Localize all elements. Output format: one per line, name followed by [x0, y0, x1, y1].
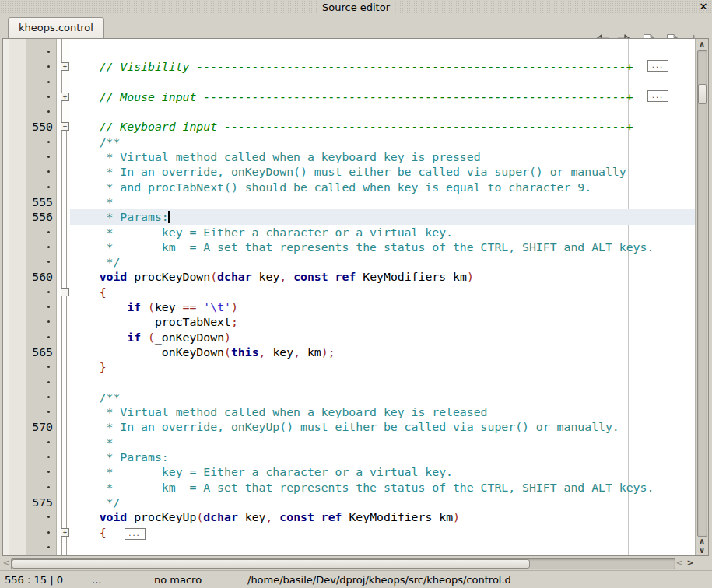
line-bullet-dot [47, 531, 50, 534]
line-bullet [3, 509, 53, 524]
line-bullet [3, 254, 53, 269]
code-line[interactable]: * km = A set that represents the status … [3, 240, 696, 254]
horizontal-scrollbar[interactable]: < < > [1, 557, 696, 569]
line-bullet-dot [47, 320, 50, 323]
code-line[interactable] [3, 75, 696, 89]
file-path: /home/basile/Dev/dproj/kheops/src/kheops… [247, 573, 511, 587]
code-text: {... [72, 525, 146, 540]
folded-code-ellipsis[interactable]: ... [647, 60, 668, 72]
scroll-left-secondary-icon[interactable]: < [674, 557, 685, 569]
code-line[interactable]: void procKeyUp(dchar key, const ref KeyM… [3, 509, 696, 524]
code-line[interactable]: void procTabNext() [3, 555, 696, 555]
vertical-scroll-thumb[interactable] [698, 84, 707, 104]
fold-expand-icon[interactable]: + [61, 528, 69, 537]
code-line[interactable]: * key = Either a character or a virtual … [3, 464, 696, 479]
code-text: * key = Either a character or a virtual … [72, 225, 453, 240]
line-bullet-dot [47, 110, 50, 113]
code-line[interactable]: 555 * [3, 194, 696, 209]
code-line[interactable]: * Params: [3, 450, 696, 464]
scroll-right-icon[interactable]: > [685, 557, 696, 569]
code-line[interactable]: * km = A set that represents the status … [3, 480, 696, 495]
line-bullet [3, 314, 53, 329]
code-line[interactable]: /** [3, 390, 696, 404]
code-line[interactable]: procTabNext; [3, 314, 696, 329]
line-bullet [3, 435, 53, 450]
fold-expand-icon[interactable]: + [61, 93, 69, 101]
code-line[interactable] [3, 104, 696, 119]
code-line[interactable]: 575 */ [3, 495, 696, 509]
code-line[interactable]: * Virtual method called when a keyboard … [3, 149, 696, 164]
code-line[interactable]: 565 _onKeyDown(this, key, km); [3, 345, 696, 359]
line-bullet-dot [47, 170, 50, 173]
line-bullet [3, 404, 53, 419]
code-text: * km = A set that represents the status … [72, 240, 654, 254]
line-bullet-dot [47, 231, 50, 233]
tab-kheops-control[interactable]: kheops.control [8, 17, 104, 38]
code-line[interactable]: 570 * In an override, onKeyUp() must eit… [3, 419, 696, 434]
fold-collapse-icon[interactable]: − [61, 288, 69, 296]
line-bullet [3, 480, 53, 495]
line-bullet [3, 180, 53, 194]
code-line[interactable]: if (_onKeyDown) [3, 330, 696, 345]
code-line[interactable] [3, 540, 696, 555]
vertical-scrollbar[interactable]: ∧ ∧ ∨ [695, 39, 708, 555]
code-line[interactable]: * and procTabNext() should be called whe… [3, 180, 696, 194]
code-line[interactable]: 550− // Keyboard input -----------------… [3, 119, 696, 134]
code-text: * Virtual method called when a keyboard … [72, 149, 481, 164]
line-bullet [3, 225, 53, 240]
code-line[interactable]: */ [3, 254, 696, 269]
code-text: // Keyboard input ----------------------… [72, 119, 633, 134]
line-bullet-dot [47, 486, 50, 488]
scroll-up-icon[interactable]: ∧ [696, 39, 708, 49]
code-editor[interactable]: + // Visibility ------------------------… [2, 38, 709, 556]
line-bullet-dot [47, 381, 50, 383]
line-bullet [3, 59, 53, 74]
line-bullet [3, 464, 53, 479]
macro-status: no macro [154, 573, 202, 587]
horizontal-scroll-track[interactable] [11, 558, 675, 569]
folded-code-ellipsis[interactable]: ... [647, 90, 668, 102]
code-line[interactable]: + // Mouse input -----------------------… [3, 89, 696, 104]
code-line[interactable]: * [3, 435, 696, 450]
line-bullet-dot [47, 81, 50, 83]
line-bullet-dot [47, 261, 50, 263]
code-line[interactable]: * Virtual method called when a keyboard … [3, 404, 696, 419]
code-line[interactable]: } [3, 359, 696, 374]
code-text: /** [72, 390, 120, 404]
vertical-scroll-track[interactable] [697, 50, 707, 537]
line-bullet-dot [47, 396, 50, 398]
code-line[interactable]: * In an override, onKeyDown() must eithe… [3, 164, 696, 179]
code-line[interactable] [3, 375, 696, 390]
code-line[interactable]: /** [3, 135, 696, 149]
line-bullet [3, 450, 53, 464]
line-bullet [3, 164, 53, 179]
line-bullet-dot [47, 51, 50, 53]
code-text: void procTabNext() [72, 555, 224, 555]
code-line[interactable]: + // Visibility ------------------------… [3, 59, 696, 74]
caret-position: 556 : 15 | 0 [5, 573, 63, 587]
code-text: _onKeyDown(this, key, km); [72, 345, 335, 359]
code-text: * and procTabNext() should be called whe… [72, 180, 591, 194]
line-bullet [3, 285, 53, 299]
line-bullet-dot [47, 141, 50, 143]
fold-expand-icon[interactable]: + [61, 62, 69, 71]
line-number: 565 [3, 345, 53, 359]
horizontal-scroll-thumb[interactable] [12, 559, 530, 569]
scroll-down-icon[interactable]: ∨ [696, 545, 708, 555]
code-lines[interactable]: + // Visibility ------------------------… [3, 44, 696, 555]
code-line[interactable] [3, 44, 696, 59]
code-line[interactable]: 556 * Params: [3, 209, 696, 224]
code-line[interactable]: * key = Either a character or a virtual … [3, 225, 696, 240]
code-text: void procKeyDown(dchar key, const ref Ke… [72, 269, 474, 284]
close-icon[interactable]: ✕ [698, 1, 709, 13]
code-line[interactable]: + {... [3, 525, 696, 540]
scroll-left-icon[interactable]: < [1, 557, 12, 569]
fold-collapse-icon[interactable]: − [61, 122, 69, 131]
code-line[interactable]: − { [3, 285, 696, 299]
line-bullet-dot [47, 336, 50, 338]
code-line[interactable]: if (key == '\t') [3, 299, 696, 314]
folded-code-ellipsis[interactable]: ... [125, 528, 146, 540]
code-text: */ [72, 495, 120, 509]
code-line[interactable]: 560 void procKeyDown(dchar key, const re… [3, 269, 696, 284]
line-number: 555 [3, 194, 53, 209]
